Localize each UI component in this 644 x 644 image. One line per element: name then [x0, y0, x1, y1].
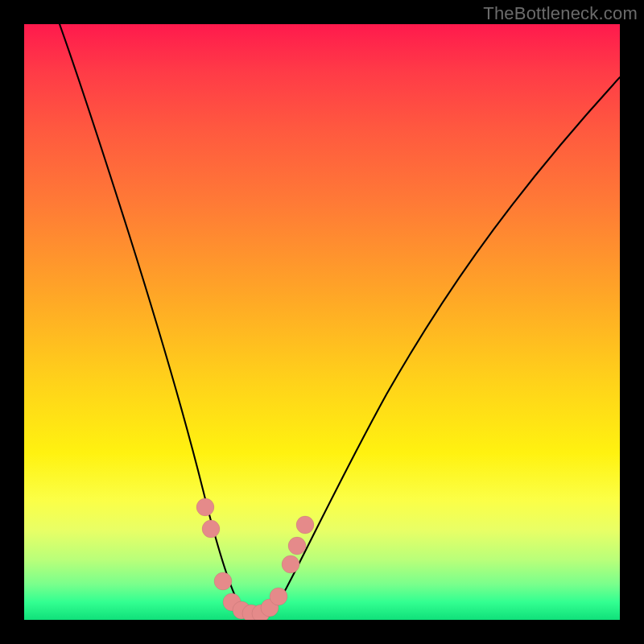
- marker-dot: [288, 537, 306, 555]
- bottleneck-curve: [60, 24, 620, 617]
- marker-dot: [202, 520, 220, 538]
- plot-area: [24, 24, 620, 620]
- marker-dot: [214, 572, 232, 590]
- marker-dot: [196, 498, 214, 516]
- watermark-text: TheBottleneck.com: [483, 3, 638, 24]
- marker-dot: [296, 516, 314, 534]
- chart-svg: [24, 24, 620, 620]
- chart-frame: TheBottleneck.com: [0, 0, 644, 644]
- marker-dot: [282, 555, 299, 573]
- marker-dot: [270, 588, 287, 605]
- curve-markers: [196, 498, 314, 620]
